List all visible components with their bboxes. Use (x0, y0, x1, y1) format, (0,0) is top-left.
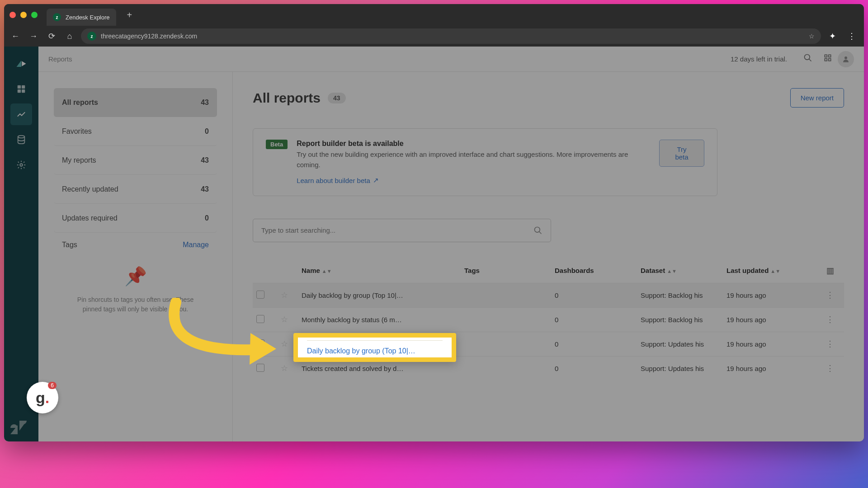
search-icon (533, 226, 542, 235)
manage-tags-link[interactable]: Manage (183, 241, 209, 249)
reports-table: Name▲▼ Tags Dashboards Dataset▲▼ Last up… (253, 258, 844, 380)
sidebar-item-label: Updates required (62, 214, 118, 222)
app-badge-button[interactable]: g. 6 (27, 382, 58, 413)
titlebar: z Zendesk Explore + (4, 4, 864, 26)
svg-rect-10 (825, 59, 827, 61)
beta-learn-more-link[interactable]: Learn about builder beta ↗ (297, 176, 379, 184)
sidebar-item-count: 0 (205, 127, 209, 136)
row-menu-icon[interactable]: ⋮ (812, 290, 840, 300)
sidebar-item-count: 0 (205, 214, 209, 222)
window-controls (9, 12, 38, 18)
svg-point-5 (20, 164, 23, 166)
sidebar-item-label: My reports (62, 156, 96, 164)
bookmark-icon[interactable]: ☆ (809, 33, 815, 40)
row-menu-icon[interactable]: ⋮ (812, 363, 840, 373)
forward-button[interactable]: → (27, 32, 40, 41)
beta-title: Report builder beta is available (297, 140, 404, 147)
content: All reports 43 New report Beta Report bu… (233, 72, 864, 441)
updated-time: 19 hours ago (726, 291, 812, 299)
col-tags-header[interactable]: Tags (464, 267, 555, 274)
url-input[interactable]: z threecatagency9128.zendesk.com ☆ (81, 28, 821, 44)
beta-badge: Beta (266, 140, 288, 149)
row-menu-icon[interactable]: ⋮ (812, 339, 840, 349)
avatar[interactable] (838, 51, 854, 67)
close-window-button[interactable] (9, 12, 16, 18)
try-beta-button[interactable]: Try beta (659, 140, 704, 167)
sidebar-item-count: 43 (201, 99, 209, 107)
back-button[interactable]: ← (9, 32, 22, 41)
home-button[interactable]: ⌂ (63, 32, 76, 41)
sidebar-item-count: 43 (201, 156, 209, 164)
brand-logo-icon[interactable] (10, 53, 32, 75)
minimize-window-button[interactable] (20, 12, 27, 18)
svg-rect-3 (22, 89, 25, 93)
page-title: All reports (253, 90, 321, 106)
url-bar-row: ← → ⟳ ⌂ z threecatagency9128.zendesk.com… (4, 26, 864, 47)
sidebar-item-label: All reports (62, 99, 98, 107)
col-name-header[interactable]: Name▲▼ (302, 267, 464, 274)
reload-button[interactable]: ⟳ (45, 31, 58, 41)
dataset-name: Support: Updates his (641, 365, 726, 372)
sidebar-item-label: Favorites (62, 127, 92, 136)
sidebar-item-favorites[interactable]: Favorites 0 (54, 117, 217, 146)
beta-description: Try out the new building experience with… (297, 150, 650, 170)
url-text: threecatagency9128.zendesk.com (101, 33, 197, 40)
new-report-button[interactable]: New report (790, 88, 844, 108)
apps-icon[interactable] (823, 53, 832, 65)
row-checkbox[interactable] (256, 291, 264, 299)
nav-dashboard-icon[interactable] (10, 78, 32, 100)
sidebar-item-label: Recently updated (62, 185, 118, 193)
updated-time: 19 hours ago (726, 365, 812, 372)
report-name-link[interactable]: Daily backlog by group (Top 10|… (302, 291, 464, 299)
svg-rect-2 (18, 89, 21, 93)
col-updated-header[interactable]: Last updated▲▼ (726, 267, 812, 274)
favicon: z (53, 13, 61, 21)
dataset-name: Support: Updates his (641, 340, 726, 348)
svg-point-12 (844, 56, 847, 59)
report-name-link[interactable]: Monthly backlog by status (6 m… (302, 316, 464, 324)
sidebar-item-count: 43 (201, 185, 209, 193)
dash-count: 0 (555, 365, 641, 372)
sidebar-item-all-reports[interactable]: All reports 43 (54, 88, 217, 117)
updated-time: 19 hours ago (726, 340, 812, 348)
beta-text: Report builder beta is available Try out… (297, 140, 650, 185)
browser-tab[interactable]: z Zendesk Explore (47, 9, 116, 26)
column-settings-icon[interactable]: ▥ (812, 266, 840, 276)
col-dataset-header[interactable]: Dataset▲▼ (641, 267, 726, 274)
report-name-link[interactable]: Tickets created and solved by d… (302, 365, 464, 372)
dataset-name: Support: Backlog his (641, 291, 726, 299)
external-link-icon: ↗ (373, 176, 379, 184)
col-dashboards-header[interactable]: Dashboards (555, 267, 641, 274)
sidebar-item-updates-required[interactable]: Updates required 0 (54, 204, 217, 233)
search-icon[interactable] (803, 53, 812, 65)
new-tab-button[interactable]: + (122, 7, 138, 23)
top-bar: Reports 12 days left in trial. (38, 47, 864, 72)
sidebar-item-my-reports[interactable]: My reports 43 (54, 146, 217, 175)
search-field[interactable] (261, 226, 533, 234)
app-frame: Reports 12 days left in trial. All repor… (4, 47, 864, 441)
table-row[interactable]: ☆ Daily backlog by group (Top 10|… 0 Sup… (253, 283, 844, 307)
search-input[interactable] (253, 219, 551, 242)
breadcrumb: Reports (48, 55, 72, 63)
extensions-icon[interactable]: ✦ (826, 31, 840, 41)
maximize-window-button[interactable] (31, 12, 38, 18)
svg-rect-8 (825, 55, 827, 57)
nav-reports-icon[interactable] (10, 103, 32, 125)
updated-time: 19 hours ago (726, 316, 812, 324)
nav-datasets-icon[interactable] (10, 129, 32, 150)
pin-icon: 📌 (70, 263, 201, 290)
svg-point-13 (535, 227, 540, 232)
zendesk-logo-icon[interactable] (10, 421, 27, 436)
highlighted-report-link[interactable]: Daily backlog by group (Top 10|… (307, 347, 415, 355)
beta-banner: Beta Report builder beta is available Tr… (253, 128, 717, 196)
tab-title: Zendesk Explore (66, 14, 110, 21)
table-row[interactable]: ☆ Monthly backlog by status (6 m… 0 Supp… (253, 307, 844, 332)
count-badge: 43 (328, 93, 346, 103)
nav-settings-icon[interactable] (10, 154, 32, 176)
sidebar-item-recently-updated[interactable]: Recently updated 43 (54, 175, 217, 204)
svg-point-6 (805, 55, 810, 60)
browser-window: z Zendesk Explore + ← → ⟳ ⌂ z threecatag… (4, 4, 864, 441)
browser-menu-icon[interactable]: ⋮ (844, 31, 859, 41)
dash-count: 0 (555, 291, 641, 299)
row-menu-icon[interactable]: ⋮ (812, 314, 840, 324)
